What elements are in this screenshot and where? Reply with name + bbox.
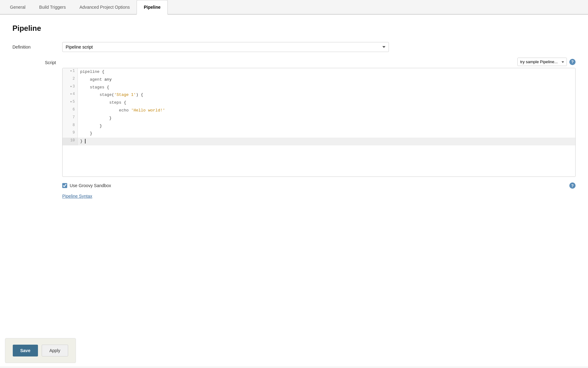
- fold-arrow-4: ▾: [70, 92, 72, 96]
- fold-arrow-5: ▾: [70, 100, 72, 104]
- definition-select[interactable]: Pipeline scriptPipeline script from SCM: [62, 42, 389, 52]
- fold-arrow-3: ▾: [70, 85, 72, 88]
- groovy-sandbox-label: Use Groovy Sandbox: [70, 183, 111, 188]
- code-line-1: ▾1 pipeline {: [63, 68, 575, 76]
- code-line-5: ▾5 steps {: [63, 99, 575, 107]
- script-help-icon[interactable]: ?: [569, 59, 576, 65]
- groovy-sandbox-help-icon[interactable]: ?: [569, 182, 576, 189]
- script-label: Script: [12, 58, 62, 65]
- code-line-10: 10 }: [63, 138, 575, 145]
- definition-row: Definition Pipeline scriptPipeline scrip…: [12, 42, 576, 52]
- fold-arrow-1: ▾: [70, 69, 72, 73]
- save-button[interactable]: Save: [13, 345, 38, 356]
- apply-button[interactable]: Apply: [42, 345, 68, 356]
- tab-build-triggers[interactable]: Build Triggers: [32, 0, 73, 15]
- code-line-9: 9 }: [63, 130, 575, 138]
- definition-field: Pipeline scriptPipeline script from SCM: [62, 42, 576, 52]
- page-title: Pipeline: [12, 24, 576, 33]
- script-field: try sample Pipeline...Hello WorldGitHub …: [62, 58, 576, 177]
- tab-general[interactable]: General: [3, 0, 32, 15]
- bottom-bar: Save Apply: [5, 338, 76, 363]
- pipeline-syntax-link[interactable]: Pipeline Syntax: [62, 194, 576, 199]
- sample-pipeline-select[interactable]: try sample Pipeline...Hello WorldGitHub …: [517, 58, 567, 66]
- code-line-3: ▾3 stages {: [63, 84, 575, 92]
- code-lines: ▾1 pipeline { 2 agent any ▾3: [63, 68, 575, 145]
- code-line-7: 7 }: [63, 115, 575, 122]
- groovy-sandbox-row: Use Groovy Sandbox ?: [62, 182, 576, 189]
- code-line-4: ▾4 stage('Stage 1') {: [63, 91, 575, 99]
- tab-bar: General Build Triggers Advanced Project …: [0, 0, 588, 15]
- code-line-8: 8 }: [63, 122, 575, 130]
- groovy-sandbox-checkbox[interactable]: [62, 183, 67, 188]
- main-content: Pipeline Definition Pipeline scriptPipel…: [0, 15, 588, 366]
- code-line-2: 2 agent any: [63, 76, 575, 84]
- code-line-6: 6 echo 'Hello world!': [63, 107, 575, 115]
- code-editor[interactable]: ▾1 pipeline { 2 agent any ▾3: [62, 68, 576, 177]
- definition-label: Definition: [12, 42, 62, 50]
- tab-pipeline[interactable]: Pipeline: [137, 0, 168, 15]
- script-toolbar: try sample Pipeline...Hello WorldGitHub …: [62, 58, 576, 66]
- script-row: Script try sample Pipeline...Hello World…: [12, 58, 576, 177]
- tab-advanced-project-options[interactable]: Advanced Project Options: [72, 0, 137, 15]
